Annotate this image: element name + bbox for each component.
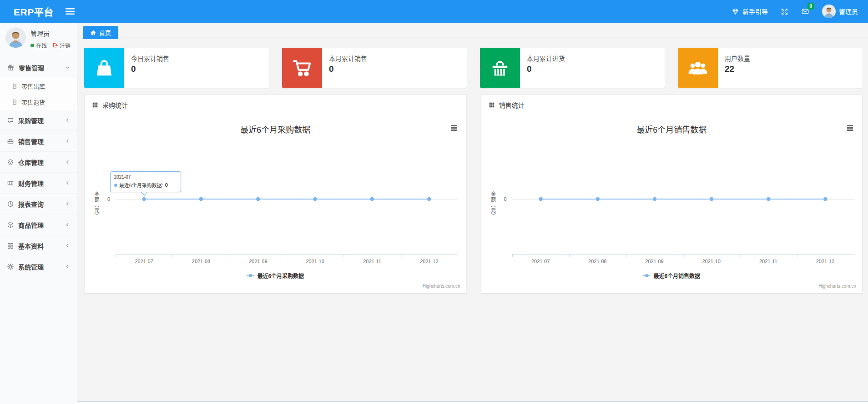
sidebar-user-info: 管理员 在线 注销 <box>30 27 71 49</box>
stat-card-value: 0 <box>527 64 565 74</box>
x-axis-tick-label: 2021-08 <box>192 259 210 264</box>
x-axis-tick-label: 2021-08 <box>588 259 606 264</box>
sidebar-group-purchase: 采购管理 <box>0 110 77 131</box>
chart-title: 最近6个月采购数据 <box>85 123 466 135</box>
stat-card-value: 0 <box>329 64 367 74</box>
gift-icon <box>7 64 15 71</box>
file-icon <box>11 83 18 90</box>
comment-icon <box>7 117 14 124</box>
briefcase-icon <box>7 138 14 145</box>
stat-card-month-purchase: 本月累计进货0 <box>480 48 665 88</box>
x-axis-tick-label: 2021-10 <box>702 259 720 264</box>
chart-context-menu-button[interactable] <box>846 124 854 133</box>
sidebar-menu: 零售管理零售出库零售退货采购管理销售管理仓库管理财务管理报表查询商品管理基本资料… <box>0 57 77 277</box>
sidebar-user-panel: 管理员 在线 注销 <box>0 23 77 55</box>
tab-home[interactable]: 首页 <box>83 26 118 39</box>
sidebar-item-finance[interactable]: 财务管理 <box>0 173 77 194</box>
x-axis-tick-label: 2021-10 <box>306 259 324 264</box>
bars-icon <box>66 8 75 15</box>
sidebar-item-retail-outbound[interactable]: 零售出库 <box>0 78 77 94</box>
sidebar-item-label: 销售管理 <box>18 137 65 146</box>
user-menu[interactable]: 管理员 <box>822 5 858 18</box>
stat-card-label: 本月累计进货 <box>527 54 565 63</box>
sign-out-icon <box>52 42 58 48</box>
data-point[interactable] <box>652 197 656 201</box>
stat-cards-row: 今日累计销售0本月累计销售0本月累计进货0用户数量22 <box>84 48 863 88</box>
diamond-icon <box>732 8 739 15</box>
data-point[interactable] <box>427 197 431 201</box>
data-point[interactable] <box>823 197 828 201</box>
chart-credits[interactable]: Highcharts.com.cn <box>423 284 460 289</box>
sidebar-item-label: 仓库管理 <box>18 158 65 167</box>
sidebar-item-sales[interactable]: 销售管理 <box>0 131 77 152</box>
data-point[interactable] <box>256 197 260 201</box>
chevron-left-icon <box>65 222 71 228</box>
chart-credits[interactable]: Highcharts.com.cn <box>818 284 856 289</box>
tooltip-series-name: 最近6个月采购数据: <box>119 181 163 189</box>
legend-marker-icon <box>247 274 254 278</box>
sidebar-item-retail-return[interactable]: 零售退货 <box>0 94 77 110</box>
guide-button[interactable]: 新手引导 <box>732 7 768 16</box>
stat-card-today-sales: 今日累计销售0 <box>84 48 269 88</box>
data-point[interactable] <box>539 197 543 201</box>
sidebar-item-label: 零售出库 <box>21 82 45 90</box>
purchase-stats-panel: 采购统计 最近6个月采购数据金额（元）02021-072021-082021-0… <box>84 95 467 294</box>
panel-header: 采购统计 <box>85 95 466 115</box>
sidebar-user-status: 在线 注销 <box>30 41 71 49</box>
panel-header: 销售统计 <box>481 95 863 115</box>
sidebar-item-label: 报表查询 <box>18 200 65 209</box>
data-point[interactable] <box>313 197 317 201</box>
layers-icon <box>7 159 14 166</box>
sidebar-item-label: 零售退货 <box>21 98 45 106</box>
fullscreen-button[interactable] <box>781 8 788 15</box>
legend-label: 最近6个月销售数据 <box>653 272 700 279</box>
x-axis-tick-label: 2021-07 <box>135 259 153 264</box>
stat-card-value: 0 <box>131 64 169 74</box>
sidebar-item-reports[interactable]: 报表查询 <box>0 194 77 214</box>
pie-chart-icon <box>7 200 14 208</box>
data-point[interactable] <box>766 197 770 201</box>
sidebar-item-basic-data[interactable]: 基本资料 <box>0 235 77 256</box>
guide-label: 新手引导 <box>742 7 768 16</box>
file-icon <box>11 99 18 105</box>
data-point[interactable] <box>199 197 203 201</box>
chart-context-menu-button[interactable] <box>450 124 458 133</box>
sidebar-item-warehouse[interactable]: 仓库管理 <box>0 152 77 173</box>
messages-button[interactable]: 0 <box>801 7 809 15</box>
sidebar-item-goods[interactable]: 商品管理 <box>0 214 77 235</box>
legend-item[interactable]: 最近6个月采购数据 <box>85 272 466 279</box>
data-point[interactable] <box>370 197 374 201</box>
sidebar-group-basic-data: 基本资料 <box>0 235 77 256</box>
sidebar-group-sales: 销售管理 <box>0 131 77 152</box>
sidebar-item-label: 采购管理 <box>18 116 65 125</box>
x-axis-tick-label: 2021-12 <box>420 259 438 264</box>
data-point[interactable] <box>142 197 146 201</box>
sidebar-item-label: 基本资料 <box>18 241 65 250</box>
main-content: 首页 今日累计销售0本月累计销售0本月累计进货0用户数量22 采购统计 最近6个… <box>77 23 868 404</box>
footer-strip <box>77 401 868 404</box>
sidebar-group-finance: 财务管理 <box>0 173 77 194</box>
shopping-bag-icon <box>84 48 124 88</box>
sidebar-item-purchase[interactable]: 采购管理 <box>0 110 77 131</box>
chevron-left-icon <box>65 138 71 144</box>
legend-item[interactable]: 最近6个月销售数据 <box>481 272 863 279</box>
sidebar-group-goods: 商品管理 <box>0 214 77 235</box>
online-status-dot <box>30 44 34 47</box>
sidebar-group-warehouse: 仓库管理 <box>0 152 77 173</box>
app-brand: ERP平台 <box>14 5 54 18</box>
th-icon <box>489 102 495 108</box>
sidebar-toggle-button[interactable] <box>63 5 77 18</box>
data-point[interactable] <box>709 197 713 201</box>
legend-label: 最近6个月采购数据 <box>257 272 304 279</box>
tooltip-series-row: 最近6个月采购数据: 0 <box>114 181 177 189</box>
chevron-left-icon <box>65 159 71 165</box>
stat-card-body: 本月累计进货0 <box>520 48 565 88</box>
sidebar-item-label: 财务管理 <box>18 179 65 188</box>
logout-link[interactable]: 注销 <box>52 41 71 49</box>
sidebar: 管理员 在线 注销 零售管理零售出库零售退货采购管理销售管理仓库管理财务管理报表… <box>0 23 77 404</box>
y-axis-title: 金额（元） <box>93 191 100 219</box>
sales-chart: 最近6个月销售数据金额（元）02021-072021-082021-092021… <box>481 115 863 291</box>
sidebar-item-retail[interactable]: 零售管理 <box>0 57 77 78</box>
data-point[interactable] <box>595 197 600 201</box>
sidebar-item-system[interactable]: 系统管理 <box>0 256 77 277</box>
